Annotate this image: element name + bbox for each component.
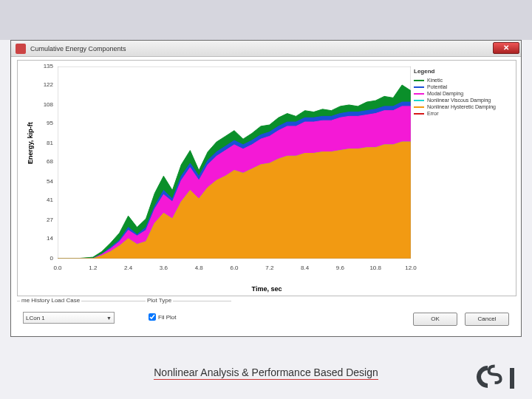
legend-item: Error [414,111,508,116]
ytick: 135 [31,63,53,69]
xtick: 9.6 [336,265,344,271]
close-button[interactable]: ✕ [493,42,519,54]
load-case-group: me History Load Case LCon 1 ▼ [17,301,143,330]
ytick: 81 [31,140,53,146]
ytick: 0 [31,255,53,262]
energy-chart [58,66,411,259]
plot-type-label: Plot Type [146,297,173,304]
controls-row: me History Load Case LCon 1 ▼ Plot Type … [17,299,516,332]
legend-label: Nonlinear Viscous Damping [427,98,491,103]
ytick: 122 [31,81,53,88]
legend-swatch [414,86,424,88]
plot-type-group: Plot Type Fil Plot [143,301,231,330]
footer-text: Nonlinear Analysis & Performance Based D… [154,366,378,380]
legend-item: Nonlinear Hysteretic Damping [414,104,508,109]
csi-logo [474,362,519,392]
svg-rect-1 [510,368,514,389]
xtick: 7.2 [265,265,273,271]
window-titlebar: Cumulative Energy Components ✕ [11,41,521,57]
xtick: 0.0 [53,265,61,271]
legend-item: Nonlinear Viscous Damping [414,98,508,103]
legend-swatch [414,100,424,101]
legend-label: Modal Damping [427,91,463,96]
ytick: 95 [31,120,53,126]
legend-label: Kinetic [427,78,443,83]
chevron-down-icon: ▼ [106,316,112,321]
window-title: Cumulative Energy Components [30,45,126,52]
legend-swatch [414,80,424,81]
ytick: 27 [31,216,53,223]
ytick: 41 [31,197,53,203]
slide-footer: Nonlinear Analysis & Performance Based D… [0,347,532,399]
ytick: 54 [31,178,53,185]
ytick: 68 [31,158,53,165]
xtick: 2.4 [124,265,132,271]
legend-item: Potential [414,84,508,89]
xtick: 12.0 [405,265,417,271]
ytick: 14 [31,235,53,242]
fill-plot-input[interactable] [149,313,156,321]
plot-panel: Energy, kip-ft 014274154688195108122135 … [17,60,516,296]
xtick: 6.0 [230,265,238,271]
xtick: 8.4 [301,265,309,271]
legend-item: Kinetic [414,78,508,83]
x-axis-label: Time, sec [18,285,516,293]
load-case-combo[interactable]: LCon 1 ▼ [23,312,115,324]
load-case-label: me History Load Case [20,297,81,304]
legend-swatch [414,113,424,115]
legend-item: Modal Damping [414,91,508,96]
energy-window: Cumulative Energy Components ✕ Energy, k… [10,40,522,337]
fill-plot-text: Fil Plot [158,314,176,321]
ytick: 108 [31,101,53,108]
cancel-button[interactable]: Cancel [465,313,509,326]
fill-plot-checkbox[interactable]: Fil Plot [149,313,176,321]
slide-top-band [0,0,532,40]
xtick: 1.2 [89,265,97,271]
load-case-value: LCon 1 [26,315,45,321]
chart-legend: Legend KineticPotentialModal DampingNonl… [414,68,508,117]
ok-button[interactable]: OK [413,313,457,326]
legend-label: Error [427,111,439,116]
xtick: 10.8 [369,265,381,271]
xtick: 4.8 [195,265,203,271]
legend-label: Potential [427,84,447,89]
legend-swatch [414,106,424,108]
app-icon [16,44,26,54]
legend-swatch [414,93,424,95]
xtick: 3.6 [160,265,168,271]
legend-label: Nonlinear Hysteretic Damping [427,104,496,109]
legend-header: Legend [414,68,508,75]
